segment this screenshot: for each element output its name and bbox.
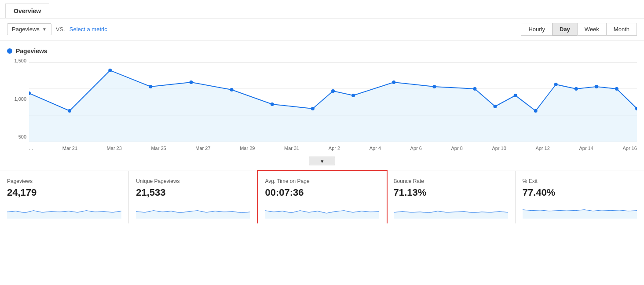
x-label-apr8: Apr 8 <box>451 146 463 151</box>
top-bar: Pageviews ▼ VS. Select a metric Hourly D… <box>0 18 644 40</box>
chart-legend: Pageviews <box>7 48 637 55</box>
svg-point-20 <box>534 109 538 113</box>
svg-point-7 <box>108 69 112 72</box>
metric-title-avg-time: Avg. Time on Page <box>265 178 379 184</box>
svg-marker-26 <box>7 211 121 219</box>
x-label-apr4: Apr 4 <box>370 146 381 151</box>
time-btn-week[interactable]: Week <box>577 23 607 36</box>
svg-point-22 <box>574 87 578 91</box>
svg-marker-27 <box>136 211 250 219</box>
svg-point-6 <box>68 109 71 113</box>
metric-card-exit: % Exit 77.40% <box>516 171 644 223</box>
x-label-mar29: Mar 29 <box>240 146 255 151</box>
metric-card-unique-pageviews: Unique Pageviews 21,533 <box>129 171 258 223</box>
svg-point-8 <box>149 85 152 88</box>
x-label-apr2: Apr 2 <box>329 146 340 151</box>
sparkline-avg-time <box>265 201 379 219</box>
time-buttons: Hourly Day Week Month <box>521 23 637 36</box>
svg-point-13 <box>331 89 335 93</box>
metric-title-bounce: Bounce Rate <box>394 178 508 184</box>
time-btn-day[interactable]: Day <box>552 23 578 36</box>
x-label-dots: ... <box>29 146 33 151</box>
metric-value-unique: 21,533 <box>136 187 250 198</box>
x-axis: ... Mar 21 Mar 23 Mar 25 Mar 27 Mar 29 M… <box>29 142 637 155</box>
chart-scroll-indicator: ▾ <box>7 155 637 167</box>
y-label-1000: 1,000 <box>7 96 29 102</box>
svg-point-14 <box>351 94 355 97</box>
legend-dot-icon <box>7 48 12 54</box>
x-label-mar25: Mar 25 <box>151 146 166 151</box>
x-label-mar27: Mar 27 <box>195 146 210 151</box>
svg-point-21 <box>554 83 558 86</box>
chart-container: 1,500 1,000 500 <box>7 58 637 155</box>
svg-point-10 <box>230 88 234 91</box>
svg-point-18 <box>494 105 497 108</box>
svg-marker-30 <box>523 210 637 219</box>
svg-marker-28 <box>265 211 380 219</box>
svg-marker-4 <box>29 70 637 142</box>
time-btn-month[interactable]: Month <box>606 23 637 36</box>
x-label-mar31: Mar 31 <box>284 146 299 151</box>
chart-area: Pageviews 1,500 1,000 500 <box>0 40 644 167</box>
metric-title-pageviews: Pageviews <box>7 178 121 184</box>
metric-title-exit: % Exit <box>523 178 637 184</box>
svg-point-9 <box>190 80 193 84</box>
chart-legend-label: Pageviews <box>16 48 48 55</box>
svg-point-24 <box>615 87 618 91</box>
metric-dropdown-label: Pageviews <box>12 26 40 33</box>
x-label-apr12: Apr 12 <box>535 146 549 151</box>
y-axis: 1,500 1,000 500 <box>7 58 29 142</box>
metric-value-pageviews: 24,179 <box>7 187 121 198</box>
time-btn-hourly[interactable]: Hourly <box>521 23 553 36</box>
metric-title-unique: Unique Pageviews <box>136 178 250 184</box>
x-label-apr16: Apr 16 <box>622 146 637 151</box>
scroll-button[interactable]: ▾ <box>309 157 335 165</box>
metric-value-avg-time: 00:07:36 <box>265 187 379 198</box>
svg-point-15 <box>392 80 395 84</box>
dropdown-arrow-icon: ▼ <box>42 27 47 32</box>
y-label-500: 500 <box>7 134 29 139</box>
metric-card-bounce-rate: Bounce Rate 71.13% <box>387 171 516 223</box>
overview-tab[interactable]: Overview <box>5 4 49 18</box>
line-chart <box>29 58 637 142</box>
metric-dropdown[interactable]: Pageviews ▼ <box>7 23 51 35</box>
x-label-mar21: Mar 21 <box>62 146 77 151</box>
svg-point-11 <box>271 102 274 106</box>
select-metric-link[interactable]: Select a metric <box>70 26 107 33</box>
metric-value-bounce: 71.13% <box>394 187 508 198</box>
svg-point-17 <box>473 87 476 91</box>
metric-card-avg-time: Avg. Time on Page 00:07:36 <box>257 170 387 223</box>
svg-point-12 <box>311 107 315 110</box>
svg-point-19 <box>514 94 517 97</box>
x-label-apr10: Apr 10 <box>492 146 506 151</box>
tab-label: Overview <box>14 7 41 15</box>
x-label-apr6: Apr 6 <box>410 146 422 151</box>
chevron-down-icon: ▾ <box>321 158 324 164</box>
vs-label: VS. <box>56 26 65 33</box>
sparkline-unique <box>136 201 250 219</box>
left-controls: Pageviews ▼ VS. Select a metric <box>7 23 107 35</box>
svg-point-16 <box>432 85 436 88</box>
sparkline-bounce <box>394 201 508 219</box>
svg-point-23 <box>595 85 598 88</box>
x-label-mar23: Mar 23 <box>107 146 122 151</box>
y-label-1500: 1,500 <box>7 58 29 63</box>
sparkline-pageviews <box>7 201 121 219</box>
metric-card-pageviews: Pageviews 24,179 <box>0 171 129 223</box>
metrics-row: Pageviews 24,179 Unique Pageviews 21,533… <box>0 171 644 223</box>
metric-value-exit: 77.40% <box>523 187 637 198</box>
sparkline-exit <box>523 201 637 219</box>
x-label-apr14: Apr 14 <box>579 146 593 151</box>
chart-svg-wrapper <box>29 58 637 142</box>
